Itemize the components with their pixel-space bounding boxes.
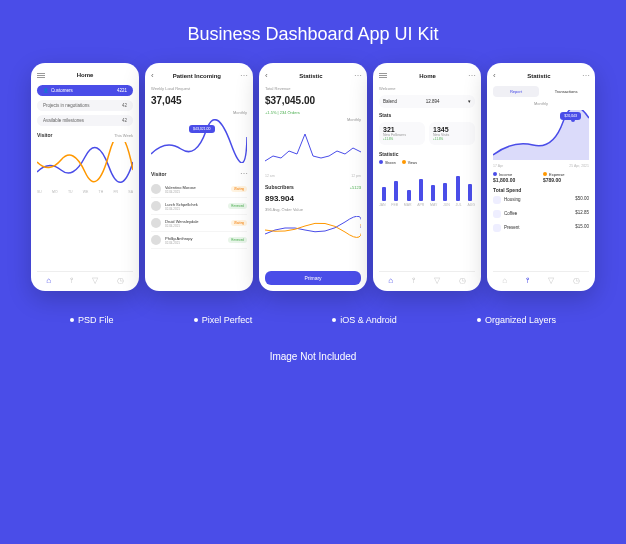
visitor-chart [37, 142, 133, 186]
big-value: 37,045 [151, 95, 247, 106]
tabs: Report Transactions [493, 86, 589, 97]
income-value: $1,800.00 [493, 177, 539, 183]
nav-bar: ⌂ ⫯ ▽ ◷ [493, 271, 589, 285]
nav-chart-icon[interactable]: ⫯ [526, 276, 530, 285]
nav-filter-icon[interactable]: ▽ [92, 276, 98, 285]
screen-home: Home 👤Customers 4221 Projects in negotia… [31, 63, 139, 291]
spend-row[interactable]: Housing$50.00 [493, 193, 589, 207]
spend-row[interactable]: Coffee$12.85 [493, 207, 589, 221]
visitor-date: 02.04.2021 [165, 224, 227, 228]
period-label[interactable]: This Week [114, 133, 133, 138]
nav-filter-icon[interactable]: ▽ [548, 276, 554, 285]
dot-icon [543, 172, 547, 176]
status-badge: Renewed [228, 203, 247, 209]
bullet-icon [477, 318, 481, 322]
tab-transactions[interactable]: Transactions [543, 86, 589, 97]
house-icon [493, 196, 501, 204]
milestones-value: 42 [122, 118, 127, 123]
nav-bar: ⌂ ⫯ ▽ ◷ [379, 271, 475, 285]
balance-value: 12.894 [426, 99, 440, 104]
balance-label: Balend [383, 99, 397, 104]
primary-button[interactable]: Primary [265, 271, 361, 285]
status-badge: Waiting [231, 186, 247, 192]
expense-value: $789.00 [543, 177, 589, 183]
nav-home-icon[interactable]: ⌂ [388, 276, 393, 285]
line-chart-icon [265, 216, 361, 240]
more-icon[interactable]: ⋯ [354, 71, 361, 80]
nav-chart-icon[interactable]: ⫯ [412, 276, 416, 285]
subscribers-change: +5123 [350, 185, 361, 190]
statistic-label: Statistic [379, 151, 398, 157]
customers-pill[interactable]: 👤Customers 4221 [37, 85, 133, 96]
dot-icon [493, 172, 497, 176]
gift-icon [493, 224, 501, 232]
nav-filter-icon[interactable]: ▽ [434, 276, 440, 285]
feature-label: Pixel Perfect [202, 315, 253, 325]
period[interactable]: Monthly [493, 101, 589, 106]
avatar [151, 218, 161, 228]
features-row: PSD File Pixel Perfect iOS & Android Org… [0, 315, 626, 325]
feature-item: iOS & Android [332, 315, 397, 325]
date-range: 17 Apr25 Apr, 2021 [493, 164, 589, 168]
avatar [151, 184, 161, 194]
screen-title: Home [419, 73, 436, 79]
revenue-chart [265, 126, 361, 170]
mini-chart [265, 216, 361, 240]
back-icon[interactable]: ‹ [493, 71, 496, 80]
nav-home-icon[interactable]: ⌂ [46, 276, 51, 285]
spend-value: $50.00 [575, 196, 589, 204]
nav-clock-icon[interactable]: ◷ [573, 276, 580, 285]
stat-card[interactable]: 321 New Followers +11.6% [379, 122, 425, 145]
nav-bar: ⌂ ⫯ ▽ ◷ [37, 271, 133, 285]
footer-disclaimer: Image Not Included [0, 351, 626, 362]
nav-clock-icon[interactable]: ◷ [459, 276, 466, 285]
income-box: Income$1,800.00 [493, 172, 539, 183]
page-title: Business Dashboard App UI Kit [0, 0, 626, 63]
feature-label: PSD File [78, 315, 114, 325]
menu-icon[interactable] [37, 71, 45, 79]
avatar [151, 201, 161, 211]
more-icon[interactable]: ⋯ [582, 71, 589, 80]
projects-label: Projects in negotiations [43, 103, 90, 108]
avatar [151, 235, 161, 245]
orders-label: +1.5% | 234 Orders [265, 110, 361, 115]
more-icon[interactable]: ⋯ [240, 71, 247, 80]
back-icon[interactable]: ‹ [151, 71, 154, 80]
stats-label: Stats [379, 112, 475, 118]
legend-label: Views [408, 161, 417, 165]
balance-box[interactable]: Balend 12.894 ▾ [379, 95, 475, 108]
screen-title: Statistic [299, 73, 322, 79]
list-item[interactable]: Phillip Anthropy02.04.2021Renewed [151, 232, 247, 249]
list-item[interactable]: Druid Wensleydale02.04.2021Waiting [151, 215, 247, 232]
stat-change: +11.6% [383, 137, 421, 141]
nav-chart-icon[interactable]: ⫯ [70, 276, 74, 285]
projects-value: 42 [122, 103, 127, 108]
period[interactable]: Monthly [265, 117, 361, 122]
list-item[interactable]: Valentino Morose02.04.2021Waiting [151, 181, 247, 198]
tab-report[interactable]: Report [493, 86, 539, 97]
spend-row[interactable]: Present$15.00 [493, 221, 589, 235]
nav-clock-icon[interactable]: ◷ [117, 276, 124, 285]
milestones-label: Available milestones [43, 118, 84, 123]
stat-value: 1345 [433, 126, 471, 133]
screen-report: ‹ Statistic ⋯ Report Transactions Monthl… [487, 63, 595, 291]
spend-label: Coffee [504, 211, 517, 216]
more-icon[interactable]: ⋯ [468, 71, 475, 80]
area-chart: $20,043 [493, 110, 589, 160]
projects-row[interactable]: Projects in negotiations 42 [37, 100, 133, 111]
chart-tooltip: $43,321.00 [189, 125, 215, 133]
chevron-down-icon: ▾ [468, 99, 471, 104]
stat-card[interactable]: 1345 New Visits +11.6% [429, 122, 475, 145]
status-badge: Renewed [228, 237, 247, 243]
spend-value: $12.85 [575, 210, 589, 218]
customers-label: Customers [51, 88, 73, 93]
user-icon: 👤 [43, 88, 49, 93]
period[interactable]: Monthly [151, 110, 247, 115]
more-icon[interactable]: ⋯ [240, 169, 247, 178]
list-item[interactable]: Lurch Schpellchek02.04.2021Renewed [151, 198, 247, 215]
back-icon[interactable]: ‹ [265, 71, 268, 80]
milestones-row[interactable]: Available milestones 42 [37, 115, 133, 126]
visitor-label: Visitor [151, 171, 166, 177]
menu-icon[interactable] [379, 72, 387, 80]
nav-home-icon[interactable]: ⌂ [502, 276, 507, 285]
